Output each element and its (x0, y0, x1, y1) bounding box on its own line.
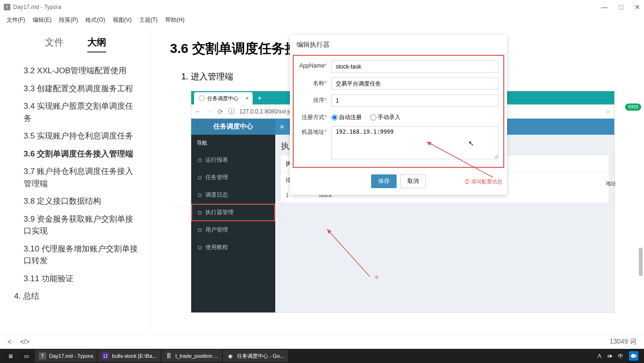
maximize-button[interactable]: □ (619, 3, 623, 11)
chrome-icon: ◉ (227, 352, 234, 360)
modal-title: 编辑执行器 (290, 35, 507, 55)
scrollbar[interactable] (639, 248, 643, 276)
menu-format[interactable]: 格式(O) (83, 15, 108, 25)
hamburger-icon[interactable]: ≡ (280, 123, 284, 130)
windows-icon: ⊞ (7, 352, 14, 360)
app-icon: T (4, 4, 10, 10)
db-icon: 🗄 (165, 352, 173, 360)
outline-item[interactable]: 3.5 实现账户持仓利息调度任务 (14, 127, 141, 145)
outline-item[interactable]: 3.9 资金服务获取账户交割单接口实现 (14, 210, 141, 240)
minimize-button[interactable]: — (602, 3, 608, 11)
th-addr: 地址 (606, 180, 616, 187)
nav-back-icon[interactable]: < (8, 338, 11, 346)
code-view-icon[interactable]: </> (20, 338, 29, 346)
forward-icon[interactable]: → (206, 108, 213, 115)
outline-item[interactable]: 3.3 创建配置交易调度服务工程 (14, 80, 141, 98)
tray-volume-icon[interactable]: 🕪 (607, 353, 612, 359)
annotation-1: ① (374, 274, 379, 280)
sort-input[interactable] (331, 95, 499, 107)
taskbar: ⊞ ▭ TDay17.md - Typora IJbulls-stock [E:… (0, 349, 644, 363)
start-button[interactable]: ⊞ (3, 350, 18, 362)
menu-log[interactable]: 调度日志 (191, 186, 275, 204)
menu-paragraph[interactable]: 段落(P) (56, 15, 81, 25)
outline-item[interactable]: 4. 总结 (14, 287, 141, 305)
sidebar: 文件 大纲 3.2 XXL-JOB管理端配置使用 3.3 创建配置交易调度服务工… (0, 26, 151, 334)
outline-item[interactable]: 3.11 功能验证 (14, 270, 141, 288)
menu-file[interactable]: 文件(F) (4, 15, 28, 25)
circle-icon (198, 158, 202, 162)
menu-executor[interactable]: 执行器管理 (191, 204, 275, 221)
taskbar-idea[interactable]: IJbulls-stock [E:\Ba... (98, 350, 160, 362)
outline-item[interactable]: 3.2 XXL-JOB管理端配置使用 (14, 62, 141, 80)
cancel-button[interactable]: 取消 (400, 174, 426, 188)
back-icon[interactable]: ← (195, 108, 202, 115)
circle-icon (198, 246, 202, 250)
editor-content[interactable]: 3.6 交割单调度任务接入管理端 1. 进入管理端 任务调度中心 × + ← →… (151, 26, 644, 334)
tab-file[interactable]: 文件 (45, 36, 64, 52)
menu-task[interactable]: 任务管理 (191, 169, 275, 186)
titlebar: T Day17.md - Typora — □ ✕ (0, 0, 644, 14)
embedded-screenshot: 任务调度中心 × + ← → ⟳ ⓘ 127.0.0.1:8080/xxl-jo… (191, 91, 615, 313)
outline-item[interactable]: 3.4 实现账户股票交割单调度任务 (14, 97, 141, 127)
outline-list: 3.2 XXL-JOB管理端配置使用 3.3 创建配置交易调度服务工程 3.4 … (0, 56, 151, 305)
reload-icon[interactable]: ⟳ (218, 108, 223, 115)
tab-close-icon[interactable]: × (246, 95, 249, 102)
menu-help[interactable]: 帮助(H) (162, 15, 187, 25)
name-input[interactable] (331, 78, 499, 90)
admin-sidebar: 任务调度中心 导航 运行报表 任务管理 调度日志 执行器管理 用户管理 使用教程 (191, 119, 275, 312)
admin-logo: 任务调度中心 (191, 119, 275, 135)
menu-report[interactable]: 运行报表 (191, 151, 275, 169)
tray-ime[interactable]: 中 (618, 353, 623, 360)
taskbar-chrome[interactable]: ◉任务调度中心 - Go... (223, 350, 288, 362)
browser-tab[interactable]: 任务调度中心 × (194, 92, 253, 104)
bookmark-icon[interactable]: ☆ (605, 108, 610, 115)
outline-item-active[interactable]: 3.6 交割单调度任务接入管理端 (14, 145, 141, 163)
statusbar: < </> 13049 词 (0, 334, 644, 349)
favicon-icon (199, 95, 204, 101)
svg-line-0 (327, 229, 370, 277)
taskbar-db[interactable]: 🗄t_trade_position ... (161, 350, 222, 362)
circle-icon (198, 193, 202, 197)
close-button[interactable]: ✕ (635, 3, 640, 11)
circle-icon (198, 228, 202, 232)
tray-notification[interactable]: 💬2 (629, 351, 638, 361)
circle-icon (198, 176, 202, 180)
save-button[interactable]: 保存 (371, 174, 397, 188)
info-icon[interactable]: ⓘ (228, 107, 235, 116)
admin-nav-label: 导航 (191, 135, 275, 151)
appname-input[interactable] (331, 60, 499, 73)
idea-icon: IJ (102, 352, 109, 360)
taskview-icon: ▭ (23, 352, 30, 360)
cursor-icon: ↖ (468, 139, 474, 147)
menu-view[interactable]: 视图(V) (110, 15, 135, 25)
ip-badge: 9999 (625, 104, 641, 111)
new-tab-button[interactable]: + (253, 92, 266, 104)
menu-user[interactable]: 用户管理 (191, 221, 275, 239)
menu-edit[interactable]: 编辑(E) (30, 15, 54, 25)
menu-tutorial[interactable]: 使用教程 (191, 239, 275, 256)
menubar: 文件(F) 编辑(E) 段落(P) 格式(O) 视图(V) 主题(T) 帮助(H… (0, 14, 644, 26)
outline-item[interactable]: 3.8 定义接口数据结构 (14, 192, 141, 210)
taskbar-typora[interactable]: TDay17.md - Typora (35, 350, 97, 362)
window-title: Day17.md - Typora (13, 4, 61, 10)
task-view-button[interactable]: ▭ (19, 350, 34, 362)
word-count: 13049 词 (610, 337, 636, 346)
circle-icon (198, 211, 202, 215)
outline-item[interactable]: 3.10 代理服务增加账户交割单接口转发 (14, 240, 141, 270)
menu-theme[interactable]: 主题(T) (136, 15, 161, 25)
tab-outline[interactable]: 大纲 (87, 36, 106, 52)
annotation-2: ② 填写配置信息 (465, 178, 502, 185)
edit-executor-modal: 编辑执行器 AppName* 名称* 排序* 注册方式 (290, 35, 507, 195)
radio-manual[interactable]: 手动录入 (370, 113, 400, 121)
outline-item[interactable]: 3.7 账户持仓利息调度任务接入管理端 (14, 163, 141, 192)
typora-icon: T (39, 352, 46, 360)
tray-up-icon[interactable]: ᐱ (598, 353, 602, 359)
browser-tab-title: 任务调度中心 (207, 95, 238, 102)
radio-auto[interactable]: 自动注册 (331, 113, 362, 121)
